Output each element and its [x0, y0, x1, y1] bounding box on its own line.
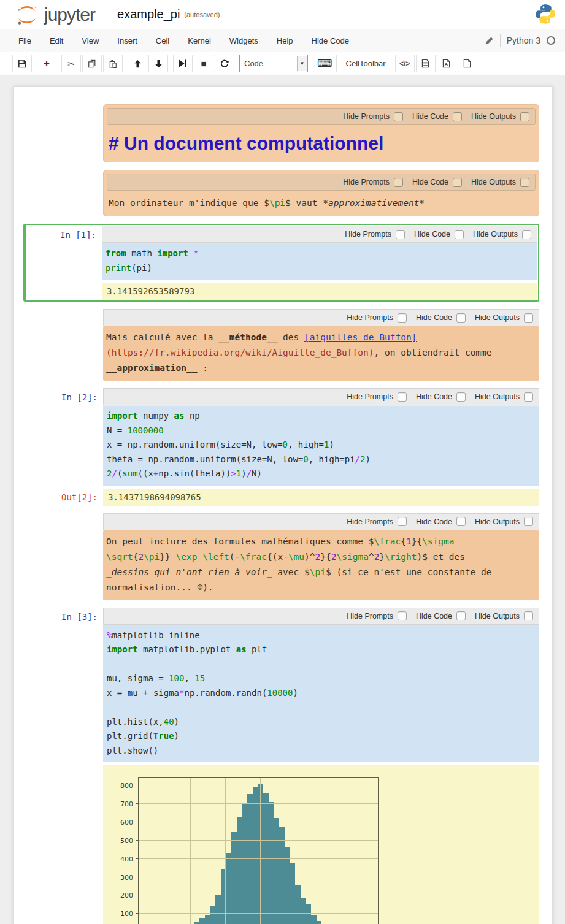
restart-kernel-button[interactable] [215, 55, 234, 72]
hide-code-checkbox[interactable] [455, 230, 464, 239]
code-token: , on obtiendrait comme [374, 348, 492, 357]
menu-cell[interactable]: Cell [156, 36, 169, 45]
code-token: _dessins qui n'ont rien à voir_ [106, 567, 272, 577]
code-token: import [107, 411, 138, 421]
hide-prompts-checkbox[interactable] [398, 392, 407, 402]
code-cell[interactable]: In [3]:Hide PromptsHide CodeHide Outputs… [28, 608, 539, 924]
menu-view[interactable]: View [82, 36, 99, 45]
paste-cell-button[interactable] [103, 55, 123, 72]
code-token: x = np.random.uniform(size=N, low= [107, 440, 283, 449]
markdown-cell[interactable]: Hide PromptsHide CodeHide OutputsMon ord… [28, 170, 539, 216]
code-token: Mon ordinateur m'indique que $ [109, 198, 269, 208]
menu-widgets[interactable]: Widgets [229, 36, 258, 45]
code-line: x = np.random.uniform(size=N, low=0, hig… [107, 438, 534, 452]
copy-cell-button[interactable] [82, 55, 102, 72]
celltoolbar-button[interactable]: CellToolbar [342, 55, 390, 72]
cell-type-select[interactable]: Code ▼ [239, 55, 308, 72]
code-cell[interactable]: In [1]:Hide PromptsHide CodeHide Outputs… [23, 224, 539, 302]
move-cell-up-button[interactable] [128, 55, 147, 72]
hide-code-checkbox[interactable] [456, 611, 466, 620]
python-logo-icon [534, 3, 556, 25]
code-token: : [197, 363, 207, 373]
export-html-button[interactable] [416, 55, 436, 72]
markdown-line: Mais calculé avec la __méthode__ des [ai… [106, 330, 534, 345]
hide-outputs-checkbox[interactable] [524, 313, 533, 323]
input-prompt: In [1]: [26, 230, 102, 240]
menu-insert[interactable]: Insert [117, 36, 137, 45]
run-icon [179, 59, 187, 67]
hide-code-checkbox[interactable] [453, 112, 462, 121]
hide-prompts-checkbox[interactable] [398, 313, 407, 323]
menu-file[interactable]: File [18, 36, 31, 45]
code-token: sum [122, 468, 137, 478]
hide-toggle-label: Hide Outputs [471, 178, 516, 186]
code-editor[interactable]: import numpy as npN = 1000000x = np.rand… [103, 405, 539, 486]
insert-cell-button[interactable]: + [37, 55, 56, 72]
hide-outputs-checkbox[interactable] [524, 611, 533, 620]
notebook-title[interactable]: example_pi [117, 7, 180, 21]
markdown-source[interactable]: Mon ordinateur m'indique que $\pi$ vaut … [107, 191, 536, 215]
menu-hide-code[interactable]: Hide Code [312, 36, 349, 45]
notebook-container: Hide PromptsHide CodeHide Outputs# Un do… [13, 86, 553, 924]
blank-document-button[interactable] [458, 55, 477, 72]
hide-prompts-checkbox[interactable] [394, 178, 403, 187]
code-cell[interactable]: In [2]:Hide PromptsHide CodeHide Outputs… [28, 388, 539, 506]
markdown-cell[interactable]: Hide PromptsHide CodeHide OutputsOn peut… [28, 513, 539, 600]
code-editor[interactable]: %matplotlib inlineimport matplotlib.pypl… [103, 625, 539, 763]
code-token: 1 [236, 468, 241, 478]
code-token: )^ [304, 552, 315, 562]
hide-code-checkbox[interactable] [456, 517, 466, 526]
hide-code-checkbox[interactable] [456, 392, 466, 402]
hide-outputs-checkbox[interactable] [524, 392, 533, 402]
menu-help[interactable]: Help [277, 36, 293, 45]
jupyter-logo-icon[interactable] [13, 4, 40, 26]
markdown-cell[interactable]: Hide PromptsHide CodeHide OutputsMais ca… [28, 309, 539, 381]
run-cell-button[interactable] [173, 55, 193, 72]
hide-code-checkbox[interactable] [456, 313, 466, 323]
cell-toolbar: Hide PromptsHide CodeHide Outputs [102, 226, 537, 243]
markdown-line: On peut inclure des formules mathématiqu… [106, 534, 534, 549]
code-token: numpy [138, 411, 174, 421]
code-token: 1000000 [128, 426, 164, 435]
hide-toggle-label: Hide Prompts [347, 392, 393, 401]
command-palette-button[interactable]: ⌨ [313, 55, 337, 72]
markdown-source[interactable]: On peut inclure des formules mathématiqu… [103, 530, 539, 600]
hide-prompts-checkbox[interactable] [398, 611, 407, 620]
hide-toggle-label: Hide Outputs [475, 517, 520, 526]
stop-icon: ■ [201, 59, 206, 68]
markdown-cell[interactable]: Hide PromptsHide CodeHide Outputs# Un do… [28, 104, 539, 162]
move-cell-down-button[interactable] [148, 55, 168, 72]
code-token: import [157, 248, 188, 258]
code-token: 0 [283, 440, 288, 449]
code-token: 100 [169, 673, 184, 683]
hide-toggle-label: Hide Outputs [471, 112, 516, 121]
hide-outputs-checkbox[interactable] [522, 230, 531, 239]
code-token: 10000 [267, 688, 293, 698]
markdown-source[interactable]: Mais calculé avec la __méthode__ des [ai… [103, 326, 539, 381]
save-button[interactable] [12, 55, 32, 72]
cut-cell-button[interactable]: ✂ [61, 55, 81, 72]
code-token: as [174, 411, 185, 421]
code-token: \pi [144, 552, 160, 562]
code-line [107, 657, 534, 672]
export-pdf-button[interactable]: A [437, 55, 456, 72]
hide-outputs-checkbox[interactable] [520, 112, 529, 121]
cell-main: Hide PromptsHide CodeHide OutputsMon ord… [103, 170, 539, 216]
hide-prompts-checkbox[interactable] [394, 112, 403, 121]
hide-toggle-label: Hide Outputs [475, 313, 520, 322]
hide-code-checkbox[interactable] [453, 178, 462, 187]
toggle-code-button[interactable]: </> [395, 55, 415, 72]
interrupt-kernel-button[interactable]: ■ [194, 55, 213, 72]
markdown-source[interactable]: # Un document computationnel [107, 125, 536, 161]
menu-edit[interactable]: Edit [50, 36, 63, 45]
code-editor[interactable]: from math import *print(pi) [102, 243, 537, 280]
document-lines-icon [421, 59, 429, 68]
code-token: $ (si ce n'est une constante de [326, 567, 492, 577]
hide-outputs-checkbox[interactable] [524, 517, 533, 526]
markdown-cell-wrapper: Hide PromptsHide CodeHide OutputsMon ord… [103, 170, 539, 216]
y-tick-label: 600 [120, 819, 133, 827]
hide-prompts-checkbox[interactable] [396, 230, 405, 239]
hide-outputs-checkbox[interactable] [520, 178, 529, 187]
menu-kernel[interactable]: Kernel [188, 36, 211, 45]
hide-prompts-checkbox[interactable] [398, 517, 407, 526]
